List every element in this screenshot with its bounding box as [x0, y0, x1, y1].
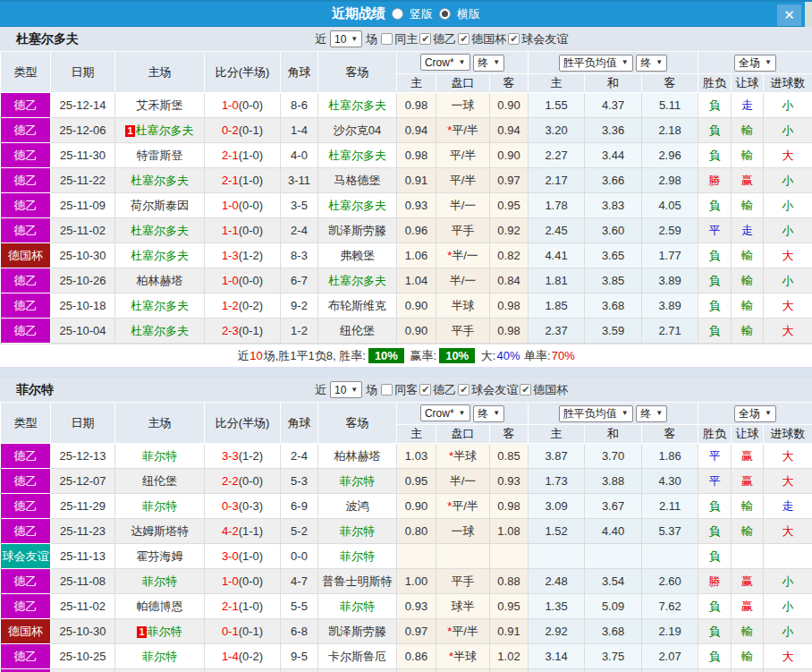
halftime-score: (1-0): [239, 149, 263, 162]
col-result: 胜负: [698, 74, 732, 93]
filter-checkbox-label[interactable]: 同主: [394, 31, 418, 47]
corner-cell: 6-3: [281, 669, 318, 672]
odds-group-header: Crow*▼ 终▼: [397, 403, 529, 425]
matches-label: 场: [366, 382, 377, 398]
goals-result-cell: 大: [764, 319, 812, 344]
mean-away-cell: 2.07: [642, 644, 698, 669]
mean-home-cell: 1.55: [529, 93, 585, 118]
home-team-name: 菲尔特: [148, 625, 182, 638]
odds-handicap-cell: 平/半: [436, 143, 490, 168]
mean-away-cell: 4.30: [642, 469, 698, 494]
league-cell: 德乙: [1, 193, 51, 218]
filter-checkbox-label[interactable]: 德乙: [433, 382, 456, 398]
result-cell: 負: [698, 293, 732, 319]
horizontal-layout-label[interactable]: 横版: [457, 6, 480, 22]
mean-select[interactable]: 胜平负均值▼: [559, 55, 633, 72]
vertical-layout-radio[interactable]: [392, 8, 403, 20]
home-team-name: 菲尔特: [142, 449, 177, 463]
mean-away-cell: 1.77: [642, 243, 698, 268]
filter-checkbox[interactable]: ✔: [458, 33, 469, 45]
filter-checkbox-label[interactable]: 德国杯: [533, 382, 568, 398]
mean-select[interactable]: 胜平负均值▼: [559, 405, 633, 422]
filter-checkbox[interactable]: ✔: [508, 33, 520, 45]
away-team-name: 纽伦堡: [340, 324, 375, 337]
vertical-layout-label[interactable]: 竖版: [410, 6, 433, 22]
odds-stage-select[interactable]: 终▼: [473, 405, 504, 422]
goals-result-cell: 小: [764, 118, 812, 143]
away-team-cell: 凯泽斯劳滕: [318, 218, 397, 243]
odds-stage-select[interactable]: 终▼: [473, 55, 504, 72]
filter-checkbox-label[interactable]: 球会友谊: [471, 382, 518, 398]
fulltime-score: 1-0: [222, 274, 239, 287]
filter-checkbox[interactable]: ✔: [458, 384, 469, 396]
chevron-down-icon: ▼: [493, 59, 500, 66]
home-team-name: 霍芬海姆: [137, 549, 183, 563]
mean-stage-select[interactable]: 终▼: [636, 55, 667, 72]
mean-stage-select[interactable]: 终▼: [636, 405, 667, 422]
filter-checkbox[interactable]: ✔: [419, 384, 431, 396]
col-mean-draw: 和: [585, 74, 642, 93]
home-team-cell: 杜塞尔多夫: [115, 243, 205, 268]
score-cell: 4-2(1-1): [205, 519, 281, 544]
filter-checkbox[interactable]: ✔: [520, 384, 531, 396]
filter-checkbox-label[interactable]: 球会友谊: [521, 31, 568, 47]
date-cell: 25-10-18: [51, 293, 115, 319]
match-row: 德乙25-11-09荷尔斯泰因1-0(0-0)3-5杜塞尔多夫0.93半/一0.…: [1, 193, 812, 218]
result-cell: 負: [698, 619, 732, 644]
fulltime-score: 2-1: [222, 174, 239, 187]
mean-home-cell: 1.52: [529, 519, 585, 544]
home-team-name: 纽伦堡: [142, 474, 177, 488]
fullmatch-select[interactable]: 全场▼: [734, 405, 776, 422]
bookmaker-select[interactable]: Crow*▼: [420, 54, 470, 71]
corner-cell: 2-4: [281, 444, 318, 469]
team1-header-bar: 杜塞尔多夫 近 10 ▼ 场 同主✔德乙✔德国杯✔球会友谊: [0, 27, 812, 51]
odds-home-cell: 1.07: [397, 669, 436, 672]
match-row: 德乙25-10-25菲尔特1-4(0-2)9-5卡尔斯鲁厄0.86*半球1.02…: [1, 644, 812, 669]
corner-cell: 2-4: [281, 218, 318, 243]
odds-away-cell: 0.97: [490, 168, 529, 193]
team2-count-select[interactable]: 10 ▼: [330, 381, 362, 398]
filter-checkbox[interactable]: [381, 33, 393, 45]
goals-result-cell: 小: [764, 594, 812, 619]
result-cell: 負: [698, 319, 732, 344]
mean-home-cell: 4.41: [529, 243, 585, 268]
filter-checkbox[interactable]: ✔: [419, 33, 431, 45]
mean-away-cell: 2.60: [642, 569, 698, 594]
spread-result-cell: 輸: [732, 319, 764, 344]
summary-text: 单率:: [520, 348, 550, 364]
bookmaker-select[interactable]: Crow*▼: [420, 404, 470, 421]
home-team-cell: 菲尔特: [115, 569, 205, 594]
halftime-score: (0-1): [239, 324, 263, 337]
filter-checkbox[interactable]: [381, 384, 393, 396]
team2-rows: 德乙25-12-13菲尔特3-3(1-2)2-4柏林赫塔1.03*半球0.853…: [1, 444, 812, 672]
odds-home-cell: 0.94: [397, 118, 436, 143]
col-type: 类型: [1, 52, 51, 93]
spread-result-cell: 輸: [732, 118, 764, 143]
summary-text: 70%: [552, 349, 575, 362]
date-cell: 25-10-30: [51, 243, 115, 268]
halftime-score: (1-0): [239, 174, 263, 187]
away-team-name: 普鲁士明斯特: [323, 574, 393, 588]
corner-cell: 9-2: [281, 293, 318, 319]
odds-handicap-cell: [436, 544, 490, 569]
result-cell: 平: [698, 444, 732, 469]
league-cell: 德乙: [1, 519, 51, 544]
close-button[interactable]: ✕: [777, 4, 801, 26]
filter-checkbox-label[interactable]: 德乙: [433, 31, 456, 47]
halftime-score: (0-0): [239, 474, 263, 488]
mean-draw-cell: 3.70: [585, 444, 642, 469]
score-cell: 3-0(1-0): [205, 544, 281, 569]
fullmatch-select[interactable]: 全场▼: [734, 55, 776, 72]
team1-count-select[interactable]: 10 ▼: [330, 30, 362, 47]
rank-badge: 1: [125, 125, 134, 137]
date-cell: 25-12-07: [51, 469, 115, 494]
filter-checkbox-label[interactable]: 同客: [394, 382, 418, 398]
team1-filter: 近 10 ▼ 场 同主✔德乙✔德国杯✔球会友谊: [315, 30, 568, 47]
horizontal-layout-radio[interactable]: [439, 8, 451, 20]
col-spread: 让球: [732, 425, 764, 444]
result-cell: 負: [698, 143, 732, 168]
fulltime-score: 2-2: [222, 474, 239, 488]
mean-home-cell: 1.35: [529, 594, 585, 619]
odds-away-cell: 0.98: [490, 319, 529, 344]
filter-checkbox-label[interactable]: 德国杯: [471, 31, 506, 47]
